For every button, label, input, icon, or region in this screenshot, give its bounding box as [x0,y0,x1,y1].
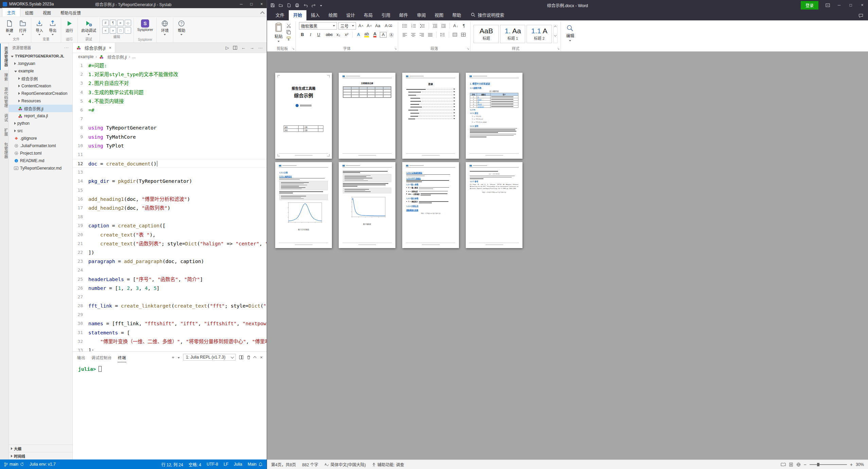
qat-customize-icon[interactable] [320,5,322,6]
help-button[interactable]: ? 帮助 [176,19,187,36]
shading-icon[interactable] [451,31,459,38]
styles-down-icon[interactable] [554,34,557,37]
minimize-button[interactable]: ─ [236,2,246,6]
explorer-root[interactable]: TYREPORTGENERATOR.JL [9,52,72,60]
zoom-thumb[interactable] [817,463,819,466]
tree-item[interactable]: example [9,67,72,75]
close-tab-icon[interactable]: × [109,45,111,50]
ribbon-tab[interactable]: 开始 [289,10,306,20]
grow-font-icon[interactable]: A˄ [357,22,365,30]
page-indicator[interactable]: 第4页，共8页 [271,462,296,467]
clipboard-dialog-launcher[interactable]: ↘ [292,47,295,50]
bookmark-tool-icon[interactable]: ◇ [125,20,131,26]
tree-item[interactable]: 综合示例.jl [9,105,72,112]
ribbon-display-icon[interactable] [822,0,833,10]
status-item[interactable]: LF [224,462,228,467]
paragraph-dialog-launcher[interactable]: ↘ [467,47,470,50]
next-tool-icon[interactable]: » [110,27,116,34]
enclose-char-icon[interactable]: Ⓐ [388,31,395,38]
terminal[interactable]: julia> [73,363,267,459]
breadcrumb-item[interactable]: ... [132,54,136,59]
status-item[interactable]: 空格: 4 [189,462,201,467]
start-debug-button[interactable]: 启动调试 [80,19,97,36]
styles-dialog-launcher[interactable]: ↘ [557,47,560,50]
zoom-in-icon[interactable]: + [850,462,853,467]
shrink-font-icon[interactable]: A˅ [366,22,373,30]
ribbon-tab[interactable]: 设计 [342,10,359,20]
borders-icon[interactable] [460,31,467,38]
page-thumbnail[interactable]: 文档修改记录 [339,73,395,159]
dot-tool-icon[interactable]: · [125,27,131,34]
activity-item[interactable]: 资源管理器 [0,44,8,70]
styles-up-icon[interactable] [554,26,557,29]
run-file-icon[interactable]: ▷ [226,45,229,50]
bold-button[interactable]: B [299,31,306,38]
cut-icon[interactable] [286,23,291,28]
maximize-panel-icon[interactable] [253,356,257,359]
accessibility-status[interactable]: 辅助功能: 调查 [372,462,404,467]
uncomment-tool-icon[interactable]: ¶ [110,20,116,26]
redo-icon[interactable] [312,3,316,7]
status-item[interactable]: 行 12, 列 24 [161,462,183,467]
page-thumbnail[interactable]: ωₙ = e^(-2πi/n)1.2.7 参考[1] Frigo, M., an… [466,162,522,248]
sort-icon[interactable]: A↓ [452,22,459,30]
environment-button[interactable]: 环境 [159,19,171,36]
tree-item[interactable]: python [9,120,72,127]
copy-icon[interactable] [286,30,291,34]
terminal-dropdown-icon[interactable] [178,357,180,359]
ribbon-tab[interactable]: 审阅 [412,10,430,20]
tree-item[interactable]: ReportGeneratorCreation [9,90,72,97]
ribbon-tab[interactable]: 帮助 [448,10,465,20]
clear-format-icon[interactable]: A⌫ [384,22,393,30]
status-item[interactable]: UTF-8 [207,462,218,467]
word-maximize-button[interactable]: □ [845,0,856,10]
comment-tool-icon[interactable]: # [102,20,109,26]
new-doc-icon[interactable] [287,3,291,7]
breadcrumb-item[interactable]: example [78,54,93,59]
ribbon-tab[interactable]: 布局 [359,10,377,20]
more-actions-icon[interactable]: ··· [258,45,263,50]
syslab-menu-tab[interactable]: 视图 [38,8,56,17]
word-count[interactable]: 882 个字 [302,462,318,467]
font-dialog-launcher[interactable]: ↘ [394,47,397,50]
julia-env-status[interactable]: Julia env: v1.7 [30,462,56,467]
page-thumbnail[interactable]: 1.2.3 示例1.2.3.1 噪声信号图 1 信号的频谱 [275,162,332,248]
ribbon-tab[interactable]: 引用 [377,10,395,20]
syslab-menu-tab[interactable]: 帮助与反馈 [56,8,86,17]
collapse-ribbon-icon[interactable] [260,11,265,16]
italic-button[interactable]: I [307,31,314,38]
show-marks-icon[interactable]: ¶ [460,22,467,30]
bullets-icon[interactable] [401,22,409,30]
ribbon-tab[interactable]: 插入 [306,10,324,20]
subscript-button[interactable]: x₂ [335,31,342,38]
close-panel-icon[interactable]: × [260,355,263,360]
explorer-more-icon[interactable]: ··· [64,46,69,50]
font-color-button[interactable]: A [372,31,378,38]
prev-tool-icon[interactable]: « [102,27,109,34]
superscript-button[interactable]: x² [343,31,350,38]
tree-item[interactable]: .JuliaFormatter.toml [9,142,72,150]
split-editor-icon[interactable] [233,46,237,50]
editor-tab[interactable]: 综合示例.jl × [73,43,115,53]
text-effects-icon[interactable]: A [355,31,362,38]
panel-tab[interactable]: 输出 [77,352,86,362]
style-item-heading1[interactable]: 1. Aa 标题 1 [500,25,525,43]
open-button[interactable]: 打开 [17,19,29,36]
bell-icon[interactable] [259,462,263,467]
status-item[interactable]: Main [248,462,256,467]
font-size-select[interactable]: 三号 [338,22,356,30]
undo-icon[interactable] [303,3,308,7]
back-icon[interactable]: ← [241,45,246,50]
page-thumbnail[interactable]: 报告生成工具箱综合示例编制:日期:审核:日期: [275,73,332,159]
close-button[interactable]: × [256,2,267,6]
zoom-level[interactable]: 30% [856,462,864,467]
activity-item[interactable]: 调试 [0,111,8,125]
terminal-select[interactable]: 1: Julia REPL (v1.7.3) [183,354,236,361]
language-indicator[interactable]: 简体中文(中国大陆) [324,462,366,467]
page-thumbnail[interactable]: 目录 [402,73,459,159]
underline-button[interactable]: U [315,31,322,38]
multilevel-list-icon[interactable] [419,22,426,30]
breadcrumb-item[interactable]: 综合示例.jl [107,54,127,60]
run-button[interactable]: 运行 [64,19,75,34]
tree-item[interactable]: .gitignore [9,135,72,142]
